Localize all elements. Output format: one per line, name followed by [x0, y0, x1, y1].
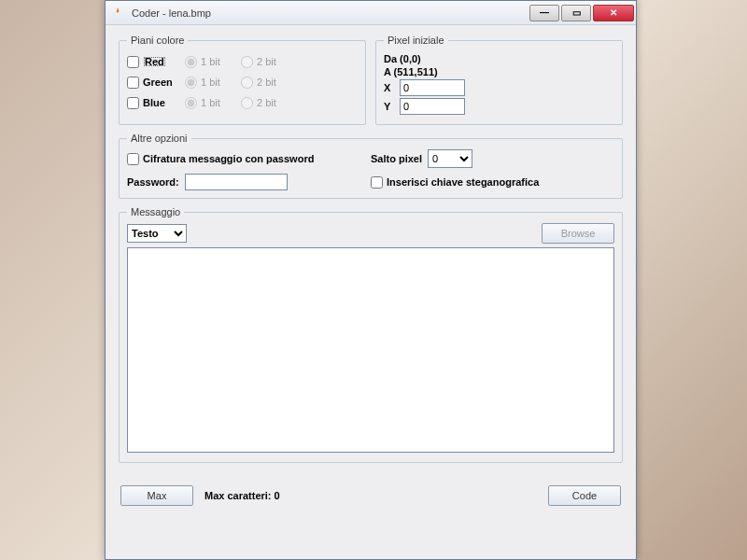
close-button[interactable]: ✕: [593, 5, 634, 21]
y-input[interactable]: [400, 98, 465, 115]
piani-legend: Piani colore: [127, 35, 188, 46]
red-label: Red: [143, 56, 166, 67]
pixel-a: A (511,511): [384, 66, 614, 77]
red-2bit-label: 2 bit: [257, 56, 276, 67]
x-label: X: [384, 82, 397, 93]
messaggio-textarea[interactable]: [127, 247, 614, 453]
password-label: Password:: [127, 176, 179, 188]
green-1bit-radio: [185, 77, 197, 89]
altre-legend: Altre opzioni: [127, 133, 191, 144]
blue-label: Blue: [143, 97, 165, 108]
blue-2bit-label: 2 bit: [257, 97, 276, 108]
max-caratteri-label: Max caratteri: 0: [204, 490, 280, 501]
inserisci-checkbox[interactable]: [371, 176, 383, 189]
java-icon: [111, 6, 126, 21]
altre-opzioni-group: Altre opzioni Cifratura messaggio con pa…: [119, 133, 623, 199]
blue-1bit-label: 1 bit: [201, 97, 220, 108]
password-input[interactable]: [185, 174, 288, 190]
minimize-button[interactable]: —: [529, 5, 559, 21]
app-window: Coder - lena.bmp — ▭ ✕ Piani colore Red …: [105, 0, 637, 560]
blue-checkbox[interactable]: [127, 97, 139, 109]
salto-select[interactable]: 0: [428, 149, 472, 168]
red-2bit-radio: [241, 56, 253, 68]
green-checkbox[interactable]: [127, 77, 139, 89]
window-controls: — ▭ ✕: [529, 5, 636, 21]
green-label: Green: [143, 77, 173, 88]
inserisci-label: Inserisci chiave steganografica: [387, 176, 539, 188]
blue-1bit-radio: [185, 97, 197, 109]
pixel-da: Da (0,0): [384, 53, 614, 64]
messaggio-legend: Messaggio: [127, 206, 184, 217]
green-2bit-label: 2 bit: [257, 77, 276, 88]
y-label: Y: [384, 101, 397, 112]
red-1bit-radio: [185, 56, 197, 68]
salto-label: Salto pixel: [371, 153, 422, 164]
max-button[interactable]: Max: [120, 485, 193, 506]
piani-colore-group: Piani colore Red 1 bit 2 bit Green 1 bit: [119, 35, 366, 125]
green-1bit-label: 1 bit: [201, 77, 220, 88]
blue-2bit-radio: [241, 97, 253, 109]
maximize-button[interactable]: ▭: [561, 5, 591, 21]
messaggio-group: Messaggio Testo Browse: [119, 206, 623, 463]
cifratura-label: Cifratura messaggio con password: [143, 153, 314, 164]
bottom-bar: Max Max caratteri: 0 Code: [106, 480, 636, 515]
x-input[interactable]: [400, 79, 465, 96]
pixel-legend: Pixel iniziale: [384, 35, 448, 46]
messaggio-type-select[interactable]: Testo: [127, 224, 187, 243]
window-title: Coder - lena.bmp: [132, 7, 529, 19]
titlebar: Coder - lena.bmp — ▭ ✕: [106, 1, 636, 25]
red-checkbox[interactable]: [127, 56, 139, 68]
browse-button[interactable]: Browse: [542, 223, 614, 244]
green-2bit-radio: [241, 77, 253, 89]
pixel-iniziale-group: Pixel iniziale Da (0,0) A (511,511) X Y: [375, 35, 623, 125]
red-1bit-label: 1 bit: [201, 56, 220, 67]
content-area: Piani colore Red 1 bit 2 bit Green 1 bit: [106, 25, 636, 480]
code-button[interactable]: Code: [548, 485, 621, 506]
cifratura-checkbox[interactable]: [127, 153, 139, 165]
